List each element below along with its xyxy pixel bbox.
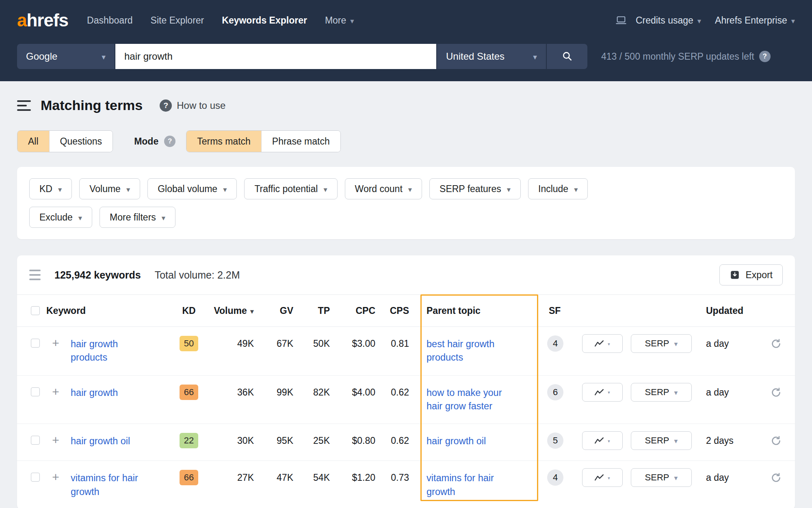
row-checkbox[interactable] [31,436,40,445]
column-header-kd[interactable]: KD [171,305,207,316]
refresh-icon[interactable] [771,472,782,483]
filter-button-traffic-potential[interactable]: Traffic potential [244,178,337,199]
chevron-down-icon [674,472,678,483]
results-header: 125,942 keywords Total volume: 2.2M Expo… [17,255,795,294]
keyword-link[interactable]: vitamins for hair growth [71,471,148,499]
laptop-icon[interactable] [615,15,627,26]
nav-item-keywords-explorer[interactable]: Keywords Explorer [222,15,307,26]
add-to-list-icon[interactable] [52,386,59,398]
enterprise-menu[interactable]: Ahrefs Enterprise [715,15,795,26]
add-to-list-icon[interactable] [52,337,59,349]
column-header-tp[interactable]: TP [293,305,330,316]
select-all-checkbox[interactable] [31,306,40,315]
gv-value: 95K [254,435,293,447]
chevron-down-icon [126,184,130,195]
keyword-link[interactable]: hair growth oil [71,435,130,448]
cpc-value: $1.20 [330,471,375,484]
export-label: Export [746,270,773,281]
chevron-down-icon [608,389,610,395]
refresh-icon[interactable] [771,387,782,398]
chevron-down-icon [102,51,106,62]
column-header-updated[interactable]: Updated [692,305,757,316]
column-header-gv[interactable]: GV [254,305,293,316]
sparkline-icon [595,340,604,347]
filter-button-exclude[interactable]: Exclude [29,207,92,228]
chevron-down-icon [78,212,82,223]
chevron-down-icon [608,438,610,444]
column-header-keyword[interactable]: Keyword [46,305,171,316]
search-engine-value: Google [26,51,57,62]
search-engine-select[interactable]: Google [17,44,115,69]
filter-button-global-volume[interactable]: Global volume [147,178,237,199]
serp-quota: 413 / 500 monthly SERP updates left [601,51,771,62]
sparkline-icon [595,437,604,444]
keyword-search-input[interactable] [115,44,436,69]
tab-terms-match[interactable]: Terms match [186,131,261,152]
filter-button-serp-features[interactable]: SERP features [429,178,521,199]
search-icon [562,51,572,63]
keywords-explorer-page: ahrefs Dashboard Site Explorer Keywords … [0,0,812,508]
position-history-button[interactable] [582,431,623,450]
tab-questions[interactable]: Questions [49,131,113,152]
nav-item-dashboard[interactable]: Dashboard [87,15,133,26]
filter-button-more-filters[interactable]: More filters [100,207,175,228]
updated-value: a day [692,386,757,398]
tp-value: 50K [293,337,330,350]
chevron-down-icon [674,435,678,446]
row-checkbox[interactable] [31,387,40,396]
parent-topic-link[interactable]: best hair growth products [427,337,514,365]
serp-button[interactable]: SERP [631,431,692,450]
chevron-down-icon [58,184,62,195]
tab-phrase-match[interactable]: Phrase match [261,131,340,152]
sidebar-toggle-icon[interactable] [17,100,31,111]
row-checkbox[interactable] [31,473,40,482]
position-history-button[interactable] [582,334,623,353]
keyword-type-tabs: All Questions [17,130,113,152]
add-to-list-icon[interactable] [52,471,59,483]
parent-topic-link[interactable]: vitamins for hair growth [427,471,514,499]
serp-button[interactable]: SERP [631,468,692,487]
column-header-volume[interactable]: Volume [207,305,254,316]
country-select[interactable]: United States [437,44,546,69]
column-header-parent-topic[interactable]: Parent topic [409,305,539,316]
credits-usage-menu[interactable]: Credits usage [636,15,701,26]
filter-button-volume[interactable]: Volume [79,178,140,199]
title-row: Matching terms How to use [17,97,795,113]
filter-button-kd[interactable]: KD [29,178,72,199]
how-to-use[interactable]: How to use [160,99,225,112]
column-header-cpc[interactable]: CPC [330,305,375,316]
mode-label: Mode [134,136,158,147]
country-value: United States [446,51,505,62]
serp-features-count: 4 [547,469,563,486]
mode-help-icon[interactable] [164,136,175,147]
keyword-link[interactable]: hair growth products [71,337,148,365]
search-button[interactable] [547,44,587,69]
position-history-button[interactable] [582,468,623,487]
column-header-sf[interactable]: SF [539,305,574,316]
position-history-button[interactable] [582,383,623,402]
nav-item-site-explorer[interactable]: Site Explorer [151,15,204,26]
match-mode-tabs: Terms match Phrase match [186,130,341,152]
keywords-count: 125,942 keywords [54,269,141,281]
chevron-down-icon [697,15,701,26]
ahrefs-logo[interactable]: ahrefs [17,10,68,30]
tp-value: 25K [293,435,330,447]
add-to-list-icon[interactable] [52,435,59,446]
nav-item-more[interactable]: More [325,15,354,26]
filter-button-word-count[interactable]: Word count [345,178,422,199]
refresh-icon[interactable] [771,435,782,446]
filter-button-include[interactable]: Include [528,178,588,199]
export-button[interactable]: Export [719,264,783,285]
parent-topic-link[interactable]: hair growth oil [427,435,486,448]
column-header-cps[interactable]: CPS [375,305,409,316]
tab-all[interactable]: All [17,131,49,152]
help-icon[interactable] [759,51,771,62]
parent-topic-link[interactable]: how to make your hair grow faster [427,386,514,413]
list-options-icon[interactable] [29,270,41,280]
serp-button[interactable]: SERP [631,334,692,353]
refresh-icon[interactable] [771,338,782,349]
serp-button[interactable]: SERP [631,383,692,402]
row-checkbox[interactable] [31,339,40,348]
keyword-link[interactable]: hair growth [71,386,118,400]
main-content: Matching terms How to use All Questions … [0,97,812,508]
